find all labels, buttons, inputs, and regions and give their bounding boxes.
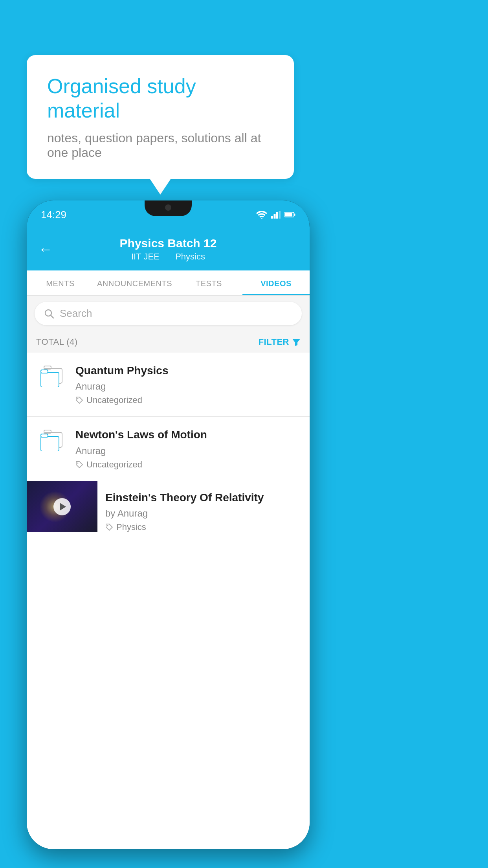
folder-icon-container [36,429,68,451]
item-title: Newton's Laws of Motion [75,428,300,442]
speech-bubble-container: Organised study material notes, question… [27,55,294,179]
header-subtitle-part2: Physics [175,252,205,261]
svg-rect-7 [294,213,295,216]
video-item-tag: Physics [105,522,302,532]
search-placeholder: Search [60,307,92,320]
tabs-bar: MENTS ANNOUNCEMENTS TESTS VIDEOS [27,270,310,296]
wifi-icon [256,211,267,219]
svg-rect-6 [285,213,292,217]
item-content: Newton's Laws of Motion Anurag Uncategor… [75,428,300,469]
svg-line-9 [51,315,53,318]
camera [165,204,171,211]
video-thumbnail [27,481,97,532]
tag-label: Uncategorized [86,460,142,470]
tab-tests[interactable]: TESTS [175,270,242,295]
play-triangle [60,503,66,511]
header-subtitle: IIT JEE Physics [61,252,276,262]
phone-screen: ← Physics Batch 12 IIT JEE Physics MENTS… [27,229,310,849]
filter-button[interactable]: FILTER [259,337,300,347]
filter-icon [292,338,300,346]
folder-icon [40,365,64,387]
svg-rect-3 [276,212,278,219]
video-item-content: Einstein's Theory Of Relativity by Anura… [97,481,310,542]
item-title: Quantum Physics [75,364,300,378]
svg-point-20 [77,462,79,463]
status-time: 14:29 [41,209,66,221]
folder-icon [40,429,64,451]
header-subtitle-part1: IIT JEE [131,252,160,261]
svg-rect-13 [41,372,59,387]
header-center: Physics Batch 12 IIT JEE Physics [61,237,276,262]
tag-icon [105,523,113,531]
status-bar: 14:29 [27,200,310,229]
svg-rect-4 [279,211,281,219]
filter-label: FILTER [259,337,289,347]
item-author: Anurag [75,445,300,456]
item-author: Anurag [75,381,300,392]
battery-icon [284,211,295,218]
svg-rect-2 [274,214,276,219]
phone-frame: 14:29 [27,200,310,849]
svg-rect-1 [271,216,273,219]
tag-label: Physics [116,522,146,532]
svg-rect-14 [41,370,48,373]
notch [145,200,192,216]
video-item-author: by Anurag [105,508,302,519]
tab-announcements[interactable]: ANNOUNCEMENTS [94,270,175,295]
tag-label: Uncategorized [86,395,142,405]
svg-point-0 [261,218,262,219]
svg-rect-18 [41,436,59,451]
header-title: Physics Batch 12 [61,237,276,250]
svg-point-15 [77,398,79,399]
speech-bubble: Organised study material notes, question… [27,55,294,179]
list-item-video[interactable]: Einstein's Theory Of Relativity by Anura… [27,481,310,542]
tag-icon [75,396,83,404]
svg-point-21 [107,525,108,526]
content-list: Quantum Physics Anurag Uncategorized [27,353,310,849]
tab-ments[interactable]: MENTS [27,270,94,295]
item-tag: Uncategorized [75,395,300,405]
play-button[interactable] [53,498,71,515]
search-icon [44,309,54,319]
tab-videos[interactable]: VIDEOS [242,270,310,295]
search-bar-container: Search [27,296,310,331]
app-header: ← Physics Batch 12 IIT JEE Physics [27,229,310,270]
svg-rect-19 [41,434,48,437]
svg-marker-10 [292,339,300,346]
total-count: TOTAL (4) [36,337,78,347]
list-item[interactable]: Quantum Physics Anurag Uncategorized [27,353,310,417]
speech-bubble-subtitle: notes, question papers, solutions all at… [47,131,273,160]
status-icons [256,211,295,219]
item-content: Quantum Physics Anurag Uncategorized [75,364,300,405]
folder-icon-container [36,365,68,387]
back-button[interactable]: ← [39,241,53,257]
item-tag: Uncategorized [75,460,300,470]
tag-icon [75,461,83,469]
speech-bubble-title: Organised study material [47,74,273,123]
video-item-title: Einstein's Theory Of Relativity [105,491,302,505]
filter-row: TOTAL (4) FILTER [27,331,310,353]
list-item[interactable]: Newton's Laws of Motion Anurag Uncategor… [27,417,310,481]
search-bar[interactable]: Search [35,302,302,325]
signal-icon [271,211,281,219]
